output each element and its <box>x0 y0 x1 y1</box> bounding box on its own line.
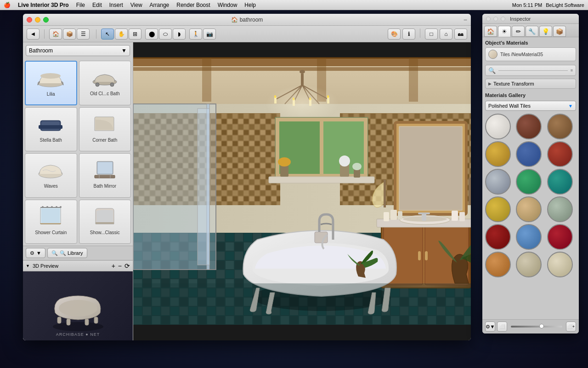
swatch-10[interactable] <box>485 196 511 222</box>
window-title-text: bathroom <box>240 17 263 23</box>
swatch-11[interactable] <box>516 196 542 222</box>
toolbar-3d-btn[interactable]: 🏘 <box>454 29 467 40</box>
item-bath-mirror[interactable]: Bath Mirror <box>79 153 131 198</box>
toolbar-walk-btn[interactable]: 🚶 <box>189 29 202 40</box>
gallery-dropdown[interactable]: Polished Wall Tiles ▼ <box>485 101 576 111</box>
zoom-out-btn[interactable]: − <box>118 262 122 270</box>
inspector-tab-home[interactable]: 🏠 <box>484 26 497 37</box>
swatch-18[interactable] <box>547 252 573 277</box>
inspector-zoom-slider[interactable] <box>511 326 562 328</box>
toolbar-info-btn[interactable]: ℹ <box>402 29 415 40</box>
apple-menu[interactable]: 🍎 <box>4 2 11 8</box>
toolbar-room-btn[interactable]: ⊞ <box>129 29 141 40</box>
item-show-classic[interactable]: Show...Classic <box>79 200 131 244</box>
inspector-expand-btn[interactable]: ⬜+ <box>566 322 576 332</box>
material-current[interactable]: Tiles /NewMaterial35 <box>485 47 576 61</box>
menu-file[interactable]: File <box>76 2 85 8</box>
swatch-15[interactable] <box>547 224 573 250</box>
menu-view[interactable]: View <box>130 2 142 8</box>
toolbar-floor-btn[interactable]: 🏠 <box>49 29 62 40</box>
menu-insert[interactable]: Insert <box>109 2 123 8</box>
toolbar-back-btn[interactable]: ◀ <box>27 29 40 40</box>
zoom-in-btn[interactable]: + <box>112 262 115 270</box>
swatch-12[interactable] <box>547 196 573 222</box>
item-lilia[interactable]: Lilia <box>25 61 77 105</box>
item-shower-curtain[interactable]: Shower Curtain <box>25 200 77 244</box>
minimize-button[interactable] <box>35 17 40 23</box>
maximize-button[interactable] <box>43 17 49 23</box>
svg-rect-80 <box>320 118 323 178</box>
toolbar-list-btn[interactable]: ☰ <box>77 29 90 40</box>
swatch-2[interactable] <box>516 114 542 139</box>
toolbar-circle-btn[interactable]: ⬤ <box>145 29 158 40</box>
inspector-settings-btn[interactable]: ⚙▼ <box>485 322 495 332</box>
menu-edit[interactable]: Edit <box>92 2 102 8</box>
inspector-tab-material[interactable]: ☀ <box>498 26 511 37</box>
app-name[interactable]: Live Interior 3D Pro <box>18 2 69 8</box>
swatch-16[interactable] <box>485 252 511 277</box>
swatch-1[interactable] <box>485 114 511 139</box>
inspector-tab-settings[interactable]: 🔧 <box>526 26 538 37</box>
swatch-4[interactable] <box>485 141 511 167</box>
menu-renderbost[interactable]: Render Boost <box>176 2 210 8</box>
toolbar-sep3 <box>420 29 420 38</box>
toolbar-oval-btn[interactable]: ⬭ <box>159 29 172 40</box>
toolbar-camera-btn[interactable]: 📷 <box>203 29 216 40</box>
menu-window[interactable]: Window <box>218 2 237 8</box>
swatch-9[interactable] <box>547 169 573 195</box>
toolbar-2d-btn[interactable]: □ <box>425 29 438 40</box>
swatch-17[interactable] <box>516 252 542 277</box>
svg-point-6 <box>110 83 114 86</box>
item-bath-mirror-label: Bath Mirror <box>94 184 116 189</box>
inspector-thumbnail-btn[interactable]: ⬜ <box>497 322 507 332</box>
menu-help[interactable]: Help <box>244 2 256 8</box>
swatch-13[interactable] <box>485 224 511 250</box>
item-old-bath[interactable]: Old Cl...c Bath <box>79 61 131 105</box>
inspector-min[interactable] <box>493 17 498 21</box>
search-icon: 🔍 <box>51 250 58 256</box>
more-options-btn[interactable]: ≡ <box>570 67 574 74</box>
item-stella-bath[interactable]: Stella Bath <box>25 107 77 152</box>
inspector-close[interactable] <box>486 17 491 21</box>
toolbar-render-btn[interactable]: 🎨 <box>388 29 401 40</box>
svg-rect-102 <box>390 210 397 220</box>
inspector-tab-light[interactable]: 💡 <box>539 26 552 37</box>
library-btn[interactable]: 🔍 🔍 Library <box>47 248 87 258</box>
inspector-slider-thumb[interactable] <box>539 324 544 328</box>
category-label: Bathroom <box>29 47 53 54</box>
watermark-text: ARCHIBASE ● NET <box>56 332 100 337</box>
toolbar-select-btn[interactable]: ↖ <box>101 29 114 40</box>
swatch-6[interactable] <box>547 141 573 167</box>
item-corner-bath[interactable]: Corner Bath <box>79 107 131 152</box>
inspector-tab-box[interactable]: 📦 <box>553 26 566 37</box>
menu-arrange[interactable]: Arrange <box>150 2 170 8</box>
swatch-5[interactable] <box>516 141 542 167</box>
toolbar-group1: 🏠 📦 ☰ <box>49 29 90 40</box>
swatch-14[interactable] <box>516 224 542 250</box>
item-waves-label: Waves <box>44 184 58 189</box>
swatch-7[interactable] <box>485 169 511 195</box>
inspector-max[interactable] <box>501 17 505 21</box>
inspector-tab-edit[interactable]: ✏ <box>512 26 525 37</box>
toolbar-half-btn[interactable]: ◗ <box>173 29 186 40</box>
eyedropper-icon[interactable]: 🔍 <box>487 66 497 75</box>
inspector-bottom: ⚙▼ ⬜ ⬜+ <box>482 319 579 334</box>
texture-transform[interactable]: ▶ Texture Transform <box>485 79 576 89</box>
preview-header[interactable]: ▼ 3D Preview + − ⟳ <box>23 260 133 271</box>
svg-point-19 <box>42 206 44 208</box>
category-dropdown[interactable]: Bathroom ▼ <box>26 45 130 56</box>
toolbar-pan-btn[interactable]: ✋ <box>115 29 128 40</box>
settings-btn[interactable]: ⚙ ▼ <box>26 248 45 258</box>
reset-view-btn[interactable]: ⟳ <box>124 262 130 270</box>
swatch-3[interactable] <box>547 114 573 139</box>
toolbar-right: 🎨 ℹ □ ⌂ 🏘 <box>388 29 467 40</box>
main-3d-view[interactable] <box>133 42 471 340</box>
toolbar-iso-btn[interactable]: ⌂ <box>440 29 452 40</box>
svg-rect-100 <box>418 213 430 214</box>
bathtub-preview-svg <box>41 278 115 334</box>
window-resize-btn[interactable]: − <box>464 16 467 23</box>
close-button[interactable] <box>27 17 32 23</box>
toolbar-obj-btn[interactable]: 📦 <box>63 29 76 40</box>
item-waves[interactable]: Waves <box>25 153 77 198</box>
swatch-8[interactable] <box>516 169 542 195</box>
